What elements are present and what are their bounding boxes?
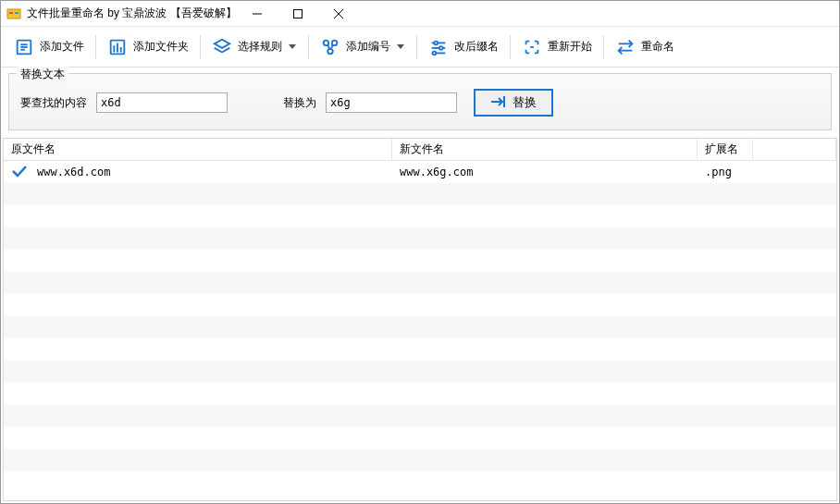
table-row (4, 227, 836, 250)
table-row (4, 405, 836, 427)
table-row (4, 183, 836, 205)
add-file-label: 添加文件 (40, 39, 84, 55)
separator (510, 35, 511, 59)
restart-icon (522, 37, 542, 57)
separator (416, 35, 417, 59)
titlebar: 文件批量重命名 by 宝鼎波波 【吾爱破解】 (1, 1, 839, 27)
table-row (4, 383, 836, 405)
table-row (4, 361, 836, 383)
header-original[interactable]: 原文件名 (4, 139, 392, 160)
nodes-icon (320, 37, 340, 57)
svg-rect-1 (9, 12, 13, 14)
table-row (4, 427, 836, 449)
minimize-button[interactable] (237, 1, 278, 27)
app-icon (6, 6, 21, 21)
change-ext-label: 改后缀名 (454, 39, 499, 55)
chevron-down-icon (396, 44, 405, 50)
table-row (4, 449, 836, 472)
check-icon (11, 165, 28, 180)
table-row (4, 338, 836, 361)
svg-point-24 (434, 41, 438, 44)
find-label: 要查找的内容 (20, 95, 87, 111)
header-spacer (753, 139, 836, 160)
svg-rect-4 (293, 9, 302, 18)
add-folder-label: 添加文件夹 (133, 39, 189, 55)
sliders-icon (428, 37, 449, 57)
cell-original: www.x6d.com (37, 166, 110, 178)
table-body: www.x6d.com www.x6g.com .png (4, 161, 836, 500)
replace-panel: 替换文本 要查找的内容 替换为 替换 (8, 73, 832, 130)
svg-line-20 (327, 44, 329, 49)
table-row[interactable]: www.x6d.com www.x6g.com .png (4, 161, 836, 183)
separator (308, 35, 309, 59)
file-table: 原文件名 新文件名 扩展名 www.x6d.com www.x6g.com .p… (3, 138, 837, 501)
table-row (4, 250, 836, 272)
header-new[interactable]: 新文件名 (392, 139, 698, 160)
table-header: 原文件名 新文件名 扩展名 (4, 139, 836, 161)
svg-point-19 (327, 48, 333, 54)
select-rule-button[interactable]: 选择规则 (204, 33, 304, 61)
replace-button[interactable]: 替换 (474, 89, 553, 117)
add-file-icon (14, 37, 34, 57)
svg-point-28 (433, 51, 437, 55)
window-controls (237, 1, 359, 27)
separator (200, 35, 201, 59)
maximize-button[interactable] (278, 1, 318, 27)
change-ext-button[interactable]: 改后缀名 (421, 33, 506, 61)
cell-new: www.x6g.com (400, 166, 473, 178)
add-number-label: 添加编号 (346, 39, 390, 55)
header-ext[interactable]: 扩展名 (698, 139, 753, 160)
select-rule-label: 选择规则 (238, 39, 282, 55)
rename-button[interactable]: 重命名 (608, 33, 682, 61)
replace-label: 替换为 (283, 95, 316, 111)
replace-arrow-icon (490, 95, 507, 111)
table-row (4, 316, 836, 338)
cell-ext: .png (705, 166, 732, 178)
svg-marker-16 (289, 44, 296, 49)
toolbar: 添加文件 添加文件夹 选择规则 添加编号 (1, 27, 839, 68)
add-file-button[interactable]: 添加文件 (6, 33, 92, 61)
table-row (4, 272, 836, 294)
table-row (4, 294, 836, 316)
separator (95, 35, 96, 59)
replace-input[interactable] (326, 92, 457, 113)
add-folder-icon (107, 37, 128, 57)
window-title: 文件批量重命名 by 宝鼎波波 【吾爱破解】 (27, 6, 237, 21)
find-input[interactable] (96, 92, 228, 113)
svg-rect-2 (15, 12, 19, 14)
chevron-down-icon (288, 44, 297, 50)
layers-icon (212, 37, 232, 57)
svg-point-26 (439, 46, 443, 50)
restart-button[interactable]: 重新开始 (514, 33, 599, 61)
svg-marker-22 (397, 44, 404, 49)
add-folder-button[interactable]: 添加文件夹 (100, 33, 196, 61)
replace-button-label: 替换 (513, 94, 537, 111)
restart-label: 重新开始 (548, 39, 592, 55)
table-row (4, 205, 836, 227)
panel-title: 替换文本 (17, 67, 68, 82)
add-number-button[interactable]: 添加编号 (313, 33, 413, 61)
separator (603, 35, 604, 59)
rename-label: 重命名 (641, 39, 674, 55)
svg-marker-15 (215, 39, 230, 47)
close-button[interactable] (318, 1, 359, 27)
swap-icon (615, 37, 636, 57)
svg-line-21 (331, 44, 333, 49)
